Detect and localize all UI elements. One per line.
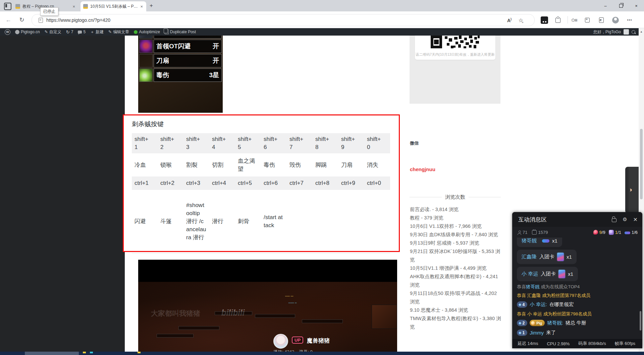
keybind-cell: 割裂 [183, 153, 209, 176]
view-count-item[interactable]: 10月6日 V1.1双持邪 - 7,966 浏览 [410, 222, 502, 231]
keybind-section-title: 刺杀贼按键 [132, 120, 399, 129]
profile-avatar[interactable] [612, 16, 619, 24]
taskbar-icon[interactable] [83, 352, 86, 353]
chat-scrollbar-thumb[interactable] [640, 311, 641, 331]
taskbar-icon[interactable] [90, 352, 93, 353]
admin-search-icon[interactable] [632, 30, 635, 34]
keybind-row: ctrl+1ctrl+2ctrl+3ctrl+4ctrl+5ctrl+6ctrl… [132, 176, 390, 190]
toolbar-divider [568, 16, 568, 23]
refresh-icon[interactable]: ↻ [16, 11, 28, 28]
admin-updates-link[interactable]: ↻7 [66, 30, 73, 35]
scroll-up-arrow[interactable]: ▲ [639, 29, 644, 34]
qr-validity-caption: 该二维码7天内(10月13日前)有效，重新进入将更新 [411, 52, 499, 57]
more-menu-icon[interactable]: ⋯ [626, 16, 633, 24]
skill-icon [139, 36, 153, 39]
level-badge: ◆4 [517, 301, 527, 308]
membership-card-icon [558, 270, 565, 278]
stream-stat: 码率 8084kb/s [578, 341, 606, 347]
new-tab-button[interactable]: + [150, 2, 153, 9]
side-panel-handle[interactable]: › [625, 167, 639, 213]
keybind-cell: 锁喉 [158, 153, 183, 176]
favorite-star-icon[interactable]: ☆+ [518, 17, 525, 23]
skill-overlay-row: 首领OT闪避开 [139, 40, 222, 53]
embedded-video-player[interactable]: 大家都叫我猪猪 bilibili ▪▪▪▪▪ ▪▪▪ ▪▪▪▪▪▪ ▪▪ UP … [138, 260, 397, 355]
uploader-name[interactable]: 魔兽猪猪 [307, 337, 330, 345]
view-count-item[interactable]: 教程 - 379 浏览 [410, 214, 502, 222]
chat-stats-row: 71 1579 9/9 1/1 1/6 [512, 227, 642, 238]
back-icon[interactable]: ← [3, 11, 14, 28]
tab-active-article[interactable]: 10月5日 V1.5刺杀贼 – Pigtogo.cn × [80, 1, 146, 11]
glasses-gift-icon [625, 232, 630, 234]
windows-taskbar[interactable] [0, 352, 644, 355]
split-screen-icon[interactable] [584, 16, 591, 24]
collections-icon[interactable]: ✩≡ [570, 16, 578, 24]
game-nameplate [157, 334, 194, 338]
window-minimize-button[interactable]: – [598, 0, 613, 11]
skill-icon [139, 54, 153, 67]
keybind-cell [313, 190, 338, 253]
author-link[interactable]: chengjnuu [410, 166, 435, 172]
admin-autoptimize-link[interactable]: Autoptimize [134, 30, 160, 34]
system-message: 恭喜 小 幸运 成为粉丝团第798名成员 [517, 311, 638, 317]
admin-greeting[interactable]: 您好，PigToGo [593, 29, 621, 35]
duplicate-pages-icon [165, 30, 169, 34]
unlock-icon[interactable] [612, 218, 616, 222]
browser-essentials-icon[interactable] [598, 16, 605, 24]
view-count-item[interactable]: 10月5日V1.1 增强萨满 - 4,499 浏览 [410, 264, 502, 272]
keybind-cell: 刀扇 [338, 153, 364, 176]
extensions-puzzle-icon[interactable] [554, 16, 561, 24]
taskbar-icon[interactable] [138, 352, 141, 353]
wp-logo-menu[interactable]: W [5, 29, 10, 35]
address-bar[interactable]: https://www.pigtogo.cn/?p=420 A) ☆+ [32, 14, 535, 26]
keybind-cell: ctrl+8 [313, 176, 338, 190]
window-restore-button[interactable] [613, 0, 629, 11]
site-info-icon[interactable] [39, 18, 43, 23]
keybind-cell: shift+ 9 [338, 133, 364, 153]
keybind-cell: shift+ 2 [158, 133, 183, 153]
user-avatar[interactable] [624, 29, 629, 35]
rose-gift-icon [593, 230, 598, 235]
view-count-item[interactable]: 9月13日9时 惩戒骑 - 5,937 浏览 [410, 239, 502, 247]
scrollbar-thumb[interactable] [640, 129, 643, 199]
read-aloud-icon[interactable]: A) [507, 17, 512, 23]
keybind-cell: 斗篷 [158, 190, 183, 253]
keybind-cell: 消失 [364, 153, 390, 176]
glasses-gift-icon [542, 239, 549, 243]
admin-new-link[interactable]: ＋新建 [90, 29, 104, 35]
skill-overlay-row: 毒伤3星 [139, 68, 222, 82]
gift-message-bubble: 汇鑫隆入团卡x1 [517, 250, 577, 264]
view-count-item[interactable]: 9月11日18点50 双持/双手武器战 - 4,202 浏览 [410, 289, 502, 306]
uploader-avatar[interactable] [273, 334, 288, 349]
view-count-item[interactable]: 9.10 恶魔术士 - 3,864 浏览 [410, 306, 502, 314]
tab-close-icon[interactable]: × [72, 4, 76, 9]
view-count-item[interactable]: 前言必读. - 3,814 浏览 [410, 205, 502, 214]
admin-customize-link[interactable]: ✎自定义 [45, 29, 61, 35]
keybind-cell: 闪避 [132, 190, 158, 253]
admin-edit-post-link[interactable]: ✎编辑文章 [108, 29, 129, 35]
admin-comments-link[interactable]: 5 [78, 30, 86, 34]
view-count-item[interactable]: 9月30日 血DK练级单刷专用 - 7,840 浏览 [410, 231, 502, 239]
window-close-button[interactable]: × [629, 0, 644, 11]
gear-icon[interactable]: ⚙ [623, 216, 627, 222]
combat-log-text: ▪▪▪▪▪▪ ▪▪ [288, 301, 297, 304]
extension-icon[interactable] [541, 16, 548, 24]
view-count-item[interactable]: AHK取点教程及通用脚本(教程②) - 4,241 浏览 [410, 272, 502, 289]
close-icon[interactable]: ✕ [633, 216, 638, 223]
taskbar-active-app[interactable] [25, 352, 79, 355]
skill-overlay-row: 刀扇开 [139, 54, 222, 67]
keybind-cell: shift+ 5 [235, 133, 261, 153]
keybind-cell: ctrl+5 [235, 176, 261, 190]
skill-icon [139, 40, 153, 53]
skill-overlay-row: 首领OT消失开 [139, 36, 222, 39]
level-badge: ◆1 [517, 329, 527, 336]
admin-site-link[interactable]: Pigtogo.cn [15, 30, 40, 34]
view-count-item[interactable]: 9月21日 双持冰DK`10秒循环版 - 5,353 浏览 [410, 247, 502, 264]
admin-duplicate-post-link[interactable]: Duplicate Post [165, 30, 196, 34]
url-text[interactable]: https://www.pigtogo.cn/?p=420 [46, 17, 110, 23]
fan-badge: Pig [530, 320, 545, 326]
view-count-item[interactable]: TMW及素材包导入教程(教程①) - 3,380 浏览 [410, 314, 502, 331]
tab-close-icon[interactable]: × [140, 4, 144, 9]
tab-search-icon[interactable] [4, 3, 11, 10]
plus-icon: ＋ [90, 29, 94, 35]
video-watermark-text: 大家都叫我猪猪 [151, 309, 200, 318]
